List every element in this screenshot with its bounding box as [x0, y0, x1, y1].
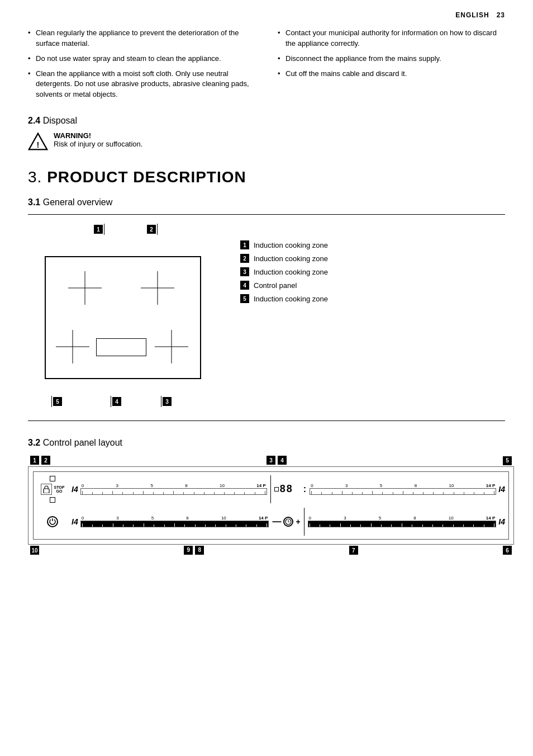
svg-text:!: ! — [37, 140, 40, 149]
zone3-crosshair — [56, 330, 89, 365]
dot-top — [274, 487, 279, 492]
timer-icon — [283, 517, 293, 527]
control-panel-diagram-wrapper: 1 2 3 4 5 — [28, 456, 505, 555]
cooktop-outer — [45, 256, 201, 379]
heat-track-4-filled — [308, 521, 497, 527]
warning-icon: ! — [28, 131, 48, 152]
cp-timer-controls: — + — [272, 517, 300, 527]
lock-stop-go: STOP GO — [41, 484, 65, 495]
right-col: Contact your municipal authority for inf… — [278, 28, 505, 105]
section-3-title: 3. PRODUCT DESCRIPTION — [28, 168, 505, 186]
minus-sign: — — [272, 517, 281, 527]
heat-scale-1: 03581014 P — [80, 483, 267, 495]
left-bullet-list: Clean regularly the appliance to prevent… — [28, 28, 255, 100]
warning-text: WARNING! Risk of injury or suffocation. — [54, 131, 142, 148]
section-24-heading: 2.4 Disposal — [28, 116, 505, 126]
list-item: Clean regularly the appliance to prevent… — [28, 28, 255, 49]
cp-badge-5: 5 — [503, 456, 512, 465]
heat-numbers-2: 03581014 P — [310, 483, 496, 488]
bottom-label-3: 3 — [161, 396, 172, 407]
heat-bar-2: 03581014 P — [310, 483, 505, 495]
list-item: Cut off the mains cable and discard it. — [278, 69, 505, 79]
heat-scale-2: 03581014 P — [310, 483, 496, 495]
top-label-2: 2 — [147, 224, 158, 235]
svg-rect-10 — [44, 489, 49, 493]
legend-item-4: 4 Control panel — [240, 281, 328, 290]
heat-track-1 — [80, 488, 267, 495]
cp-display-area: 88 : — [274, 483, 306, 495]
zone2-crosshair — [141, 271, 174, 306]
legend-item-2: 2 Induction cooking zone — [240, 254, 328, 263]
legend-item-1: 1 Induction cooking zone — [240, 240, 328, 249]
left-col: Clean regularly the appliance to prevent… — [28, 28, 255, 105]
heat-bar-1: I4 03581014 P — [72, 483, 267, 495]
section-24: 2.4 Disposal ! WARNING! Risk of injury o… — [28, 116, 505, 152]
heat-numbers-4: 03581014 P — [308, 516, 497, 521]
page: ENGLISH 23 Clean regularly the appliance… — [0, 0, 533, 756]
cp-divider-1 — [270, 475, 271, 503]
general-overview-area: 1 2 — [28, 214, 505, 421]
cooktop-diagram: 1 2 — [28, 224, 218, 412]
warning-box: ! WARNING! Risk of injury or suffocation… — [28, 131, 505, 152]
heat-track-2 — [310, 488, 496, 495]
cp-divider-2 — [304, 508, 304, 536]
cp-badge-3-4: 3 4 — [266, 456, 287, 465]
list-item: Clean the appliance with a moist soft cl… — [28, 69, 255, 101]
zone5-crosshair — [155, 330, 188, 365]
cp-badge-1-2: 1 2 — [30, 456, 50, 465]
cp-top-badges: 1 2 3 4 5 — [28, 456, 514, 465]
heat-track-3-filled — [80, 521, 269, 527]
heat-scale-3: 03581014 P — [80, 516, 269, 527]
bottom-label-4: 4 — [111, 396, 121, 407]
svg-line-13 — [288, 522, 289, 522]
heat-ticks-1 — [81, 489, 266, 494]
legend-item-5: 5 Induction cooking zone — [240, 294, 328, 303]
section-31: 3.1 General overview 1 2 — [28, 197, 505, 421]
right-bullet-list: Contact your municipal authority for inf… — [278, 28, 505, 79]
top-label-1: 1 — [94, 224, 104, 235]
cp-badge-6: 6 — [503, 546, 512, 555]
heat-ticks-4 — [308, 521, 496, 527]
cp-badge-10: 10 — [30, 546, 39, 555]
cp-inner: STOP GO I4 03581014 P — [33, 471, 509, 540]
cp-badge-9-8: 9 8 — [184, 546, 204, 555]
section-32-heading: 3.2 Control panel layout — [28, 438, 505, 448]
power-icon[interactable] — [47, 516, 58, 527]
list-item: Do not use water spray and steam to clea… — [28, 54, 255, 64]
legend-item-3: 3 Induction cooking zone — [240, 267, 328, 276]
heat-numbers-1: 03581014 P — [80, 483, 267, 488]
heat-bar-4: 03581014 P — [308, 516, 505, 527]
cp-top-row: STOP GO I4 03581014 P — [37, 475, 505, 503]
list-item: Disconnect the appliance from the mains … — [278, 54, 505, 64]
cp-power-btn[interactable] — [37, 516, 68, 527]
zone1-crosshair — [68, 271, 102, 306]
page-header: ENGLISH 23 — [28, 11, 505, 19]
dot-indicator-2 — [50, 497, 55, 503]
list-item: Contact your municipal authority for inf… — [278, 28, 505, 49]
heat-ticks-2 — [310, 489, 496, 494]
cp-badge-7: 7 — [349, 546, 358, 555]
section-31-heading: 3.1 General overview — [28, 197, 505, 207]
stop-go-control: STOP GO — [54, 485, 65, 493]
heat-numbers-3: 03581014 P — [80, 516, 269, 521]
bottom-label-5: 5 — [51, 396, 62, 407]
legend: 1 Induction cooking zone 2 Induction coo… — [240, 224, 328, 303]
heat-bar-3: I4 03581014 P — [72, 516, 269, 527]
control-panel-rect — [96, 338, 146, 356]
cp-bottom-badges: 10 9 8 7 6 — [28, 546, 514, 555]
section-32: 3.2 Control panel layout 1 2 3 4 5 — [28, 438, 505, 555]
control-panel-box: STOP GO I4 03581014 P — [28, 466, 514, 545]
page-header-text: ENGLISH 23 — [455, 11, 505, 19]
dot-indicator-1 — [50, 476, 55, 481]
cp-bottom-row: I4 03581014 P — [37, 508, 505, 536]
two-col-bullets: Clean regularly the appliance to prevent… — [28, 28, 505, 105]
lock-icon — [41, 484, 52, 495]
cp-left-controls: STOP GO — [37, 476, 68, 503]
plus-sign: + — [296, 517, 300, 526]
heat-ticks-3 — [81, 521, 269, 527]
heat-scale-4: 03581014 P — [308, 516, 497, 527]
